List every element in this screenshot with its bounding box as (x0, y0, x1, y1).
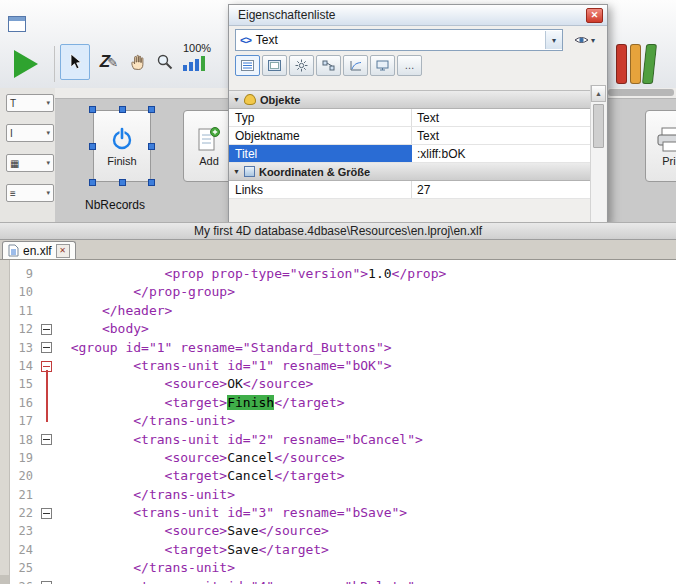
property-row[interactable]: Titel:xliff:bOK (229, 145, 591, 163)
property-value[interactable]: 27 (412, 183, 591, 197)
selection-handle[interactable] (119, 106, 126, 113)
property-section-header[interactable]: ▼Objekte (229, 91, 591, 109)
property-row[interactable]: ObjektnameText (229, 127, 591, 145)
line-number: 17 (0, 412, 38, 430)
code-line[interactable]: 12 <body> (0, 320, 676, 338)
collapse-arrow-icon[interactable]: ▼ (233, 96, 240, 103)
code-line[interactable]: 10 </prop-group> (0, 283, 676, 301)
code-text: <trans-unit id="3" resname="bSave"> (55, 504, 676, 522)
code-line[interactable]: 23 <source>Save</source> (0, 522, 676, 540)
code-text: <source>OK</source> (55, 375, 676, 393)
finish-button-label: Finish (107, 155, 136, 167)
run-button[interactable] (14, 50, 38, 78)
tab-en-xlf[interactable]: en.xlf ✕ (2, 241, 76, 259)
code-line[interactable]: 15 <source>OK</source> (0, 375, 676, 393)
selection-handle[interactable] (119, 179, 126, 186)
code-text: <trans-unit id="4" resname="bDelete"> (55, 578, 676, 584)
scroll-up-icon[interactable]: ▲ (591, 85, 606, 102)
tab-connections[interactable] (316, 55, 341, 76)
fold-toggle-icon[interactable] (41, 508, 52, 519)
property-value[interactable]: Text (412, 111, 591, 125)
property-section-header[interactable]: ▼Koordinaten & Größe (229, 163, 591, 181)
property-value[interactable]: Text (412, 129, 591, 143)
nodes-icon (322, 60, 335, 71)
components-books-icon[interactable] (616, 44, 655, 84)
code-line[interactable]: 21 </trans-unit> (0, 486, 676, 504)
print-button-object[interactable]: Prin (645, 110, 676, 182)
line-number: 9 (0, 265, 38, 283)
object-selector-row: <> Text ▾ ▾ (229, 26, 607, 53)
code-line[interactable]: 14 <trans-unit id="1" resname="bOK"> (0, 357, 676, 375)
property-label: Titel (229, 145, 412, 162)
line-number: 21 (0, 486, 38, 504)
selection-handle[interactable] (148, 179, 155, 186)
selection-handle[interactable] (148, 106, 155, 113)
property-row[interactable]: Links27 (229, 181, 591, 199)
code-line[interactable]: 17 </trans-unit> (0, 412, 676, 430)
line-number: 13 (0, 339, 38, 357)
close-tab-icon[interactable]: ✕ (56, 244, 70, 258)
field-tool[interactable]: I▾ (6, 124, 54, 142)
line-number: 26 (0, 578, 38, 584)
code-line[interactable]: 22 <trans-unit id="3" resname="bSave"> (0, 504, 676, 522)
view-options-button[interactable]: ▾ (568, 30, 601, 50)
close-button[interactable]: ✕ (586, 8, 603, 23)
code-line[interactable]: 18 <trans-unit id="2" resname="bCancel"> (0, 431, 676, 449)
properties-tabstrip: … (229, 53, 607, 81)
document-icon (8, 244, 19, 257)
form-window-icon (8, 16, 26, 32)
fold-cell (38, 320, 55, 338)
line-number: 14 (0, 357, 38, 375)
collapse-arrow-icon[interactable]: ▼ (233, 168, 240, 175)
ellipsis-icon: … (405, 60, 415, 71)
properties-titlebar[interactable]: Eigenschaftenliste ✕ (229, 5, 607, 26)
selection-handle[interactable] (89, 179, 96, 186)
listbox-tool[interactable]: ▦▾ (6, 154, 54, 172)
property-row[interactable]: TypText (229, 109, 591, 127)
scrollbar-thumb[interactable] (593, 104, 604, 148)
tab-graph[interactable] (343, 55, 368, 76)
code-text: </header> (55, 302, 676, 320)
select-tool-button[interactable] (60, 44, 90, 80)
code-line[interactable]: 19 <source>Cancel</source> (0, 449, 676, 467)
code-line[interactable]: 26 <trans-unit id="4" resname="bDelete"> (0, 578, 676, 584)
text-tool[interactable]: T▾ (6, 94, 54, 112)
zoom-level-control[interactable]: 100% (183, 42, 223, 71)
code-line[interactable]: 20 <target>Cancel</target> (0, 467, 676, 485)
nbrecords-field[interactable]: NbRecords (85, 198, 145, 212)
fold-cell (38, 541, 55, 559)
chevron-down-icon[interactable]: ▾ (545, 31, 562, 49)
properties-scrollbar[interactable]: ▲ (590, 85, 606, 222)
combo-tool[interactable]: ≡▾ (6, 184, 54, 202)
finish-button-object[interactable]: Finish (93, 110, 151, 182)
tab-settings[interactable] (289, 55, 314, 76)
code-area[interactable]: 9 <prop prop-type="version">1.0</prop>10… (0, 260, 676, 584)
tab-picture[interactable] (262, 55, 287, 76)
fold-toggle-icon[interactable] (41, 434, 52, 445)
scrollbar-thumb[interactable] (608, 89, 674, 96)
tab-display[interactable] (370, 55, 395, 76)
tab-property-list[interactable] (235, 55, 260, 76)
code-line[interactable]: 24 <target>Save</target> (0, 541, 676, 559)
fold-toggle-icon[interactable] (41, 342, 52, 353)
fold-toggle-icon[interactable] (41, 324, 52, 335)
app-root: Z ✎ 100% T▾ I▾ ▦▾ ≡▾ Finish (0, 0, 676, 584)
tab-more[interactable]: … (397, 55, 422, 76)
section-label: Objekte (260, 94, 300, 106)
code-line[interactable]: 9 <prop prop-type="version">1.0</prop> (0, 265, 676, 283)
object-type-icon: <> (240, 34, 251, 46)
code-line[interactable]: 16 <target>Finish</target> (0, 394, 676, 412)
object-selector[interactable]: <> Text ▾ (235, 29, 563, 51)
pan-tool-button[interactable] (124, 46, 152, 78)
code-line[interactable]: 11 </header> (0, 302, 676, 320)
fold-cell (38, 265, 55, 283)
selection-handle[interactable] (89, 106, 96, 113)
property-value[interactable]: :xliff:bOK (412, 147, 591, 161)
list-icon (241, 60, 254, 71)
selection-handle[interactable] (89, 143, 96, 150)
entry-order-tool-button[interactable]: Z ✎ (93, 46, 125, 78)
code-line[interactable]: 25 </trans-unit> (0, 559, 676, 577)
zoom-tool-button[interactable] (151, 46, 179, 78)
code-line[interactable]: 13 <group id="1" resname="Standard_Butto… (0, 339, 676, 357)
selection-handle[interactable] (148, 143, 155, 150)
